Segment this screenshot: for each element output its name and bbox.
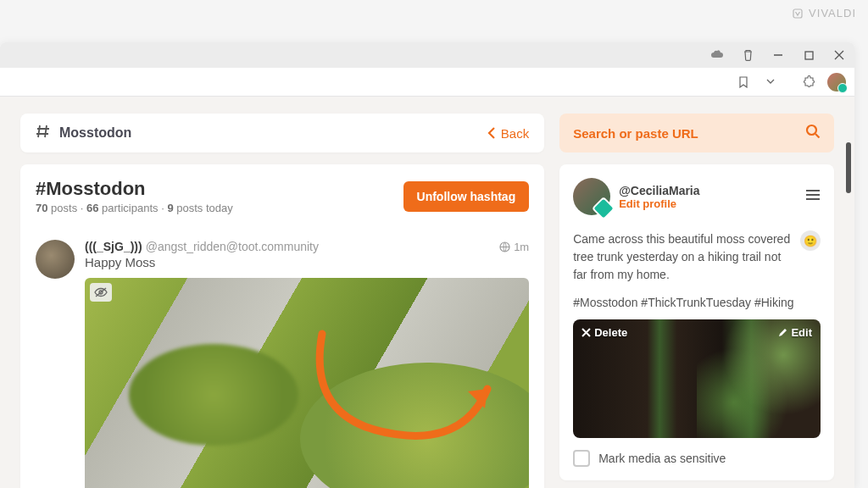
svg-rect-2: [805, 52, 813, 59]
hashtag-header-card: Mosstodon Back: [20, 114, 544, 152]
tag-title: #Mosstodon: [36, 178, 233, 200]
globe-icon: [499, 241, 510, 252]
hash-icon: [36, 124, 51, 142]
post-meta: 1m: [499, 241, 529, 253]
post-avatar[interactable]: [36, 240, 75, 279]
post-display-name[interactable]: (((_SjG_))): [85, 240, 142, 253]
compose-text[interactable]: Came across this beautiful moss covered …: [573, 230, 821, 284]
hide-media-icon[interactable]: [90, 283, 112, 302]
hashtag-feed-card: #Mosstodon 70 posts · 66 participants · …: [20, 164, 544, 488]
minimize-icon[interactable]: [770, 47, 787, 64]
post-handle[interactable]: @angst_ridden@toot.community: [146, 240, 319, 253]
sensitive-label: Mark media as sensitive: [598, 452, 726, 465]
search-placeholder: Search or paste URL: [573, 126, 805, 141]
edit-attachment-button[interactable]: Edit: [778, 326, 812, 339]
content-area: Mosstodon Back #Mosstodon 70 posts · 66 …: [0, 97, 854, 488]
tag-stats: 70 posts · 66 participants · 9 posts tod…: [36, 202, 233, 214]
chevron-down-icon[interactable]: [761, 73, 780, 92]
window-titlebar: [0, 42, 854, 68]
page-title: Mosstodon: [59, 125, 131, 141]
compose-card: @CeciliaMaria Edit profile 🙂 Came across…: [559, 164, 834, 480]
back-button[interactable]: Back: [487, 126, 529, 141]
search-bar[interactable]: Search or paste URL: [559, 114, 834, 152]
cloud-icon[interactable]: [709, 47, 726, 64]
compose-hashtags[interactable]: #Mosstodon #ThickTrunkTuesday #Hiking: [573, 296, 821, 309]
emoji-picker-icon[interactable]: 🙂: [800, 230, 821, 251]
svg-point-6: [807, 125, 816, 135]
profile-username[interactable]: @CeciliaMaria: [619, 184, 699, 197]
post-body: Happy Moss: [85, 255, 529, 269]
compose-area[interactable]: 🙂 Came across this beautiful moss covere…: [559, 224, 834, 480]
sensitive-checkbox[interactable]: [573, 450, 590, 467]
edit-profile-link[interactable]: Edit profile: [619, 197, 699, 210]
toolbar-avatar[interactable]: [827, 73, 846, 92]
extensions-icon[interactable]: [800, 73, 819, 92]
profile-avatar[interactable]: [573, 178, 610, 215]
browser-toolbar: [0, 68, 854, 97]
tag-header: #Mosstodon 70 posts · 66 participants · …: [20, 164, 544, 228]
profile-menu-icon[interactable]: [805, 189, 821, 204]
post-time: 1m: [514, 241, 529, 253]
maximize-icon[interactable]: [800, 47, 817, 64]
back-label: Back: [501, 126, 529, 141]
search-icon[interactable]: [805, 124, 821, 142]
delete-attachment-button[interactable]: Delete: [581, 326, 627, 339]
post: (((_SjG_))) @angst_ridden@toot.community…: [20, 228, 544, 488]
attached-image[interactable]: Delete Edit: [573, 319, 821, 438]
sensitive-toggle-row[interactable]: Mark media as sensitive: [573, 450, 821, 467]
unfollow-hashtag-button[interactable]: Unfollow hashtag: [403, 181, 530, 212]
trash-icon[interactable]: [739, 47, 756, 64]
close-icon[interactable]: [831, 47, 848, 64]
app-window: Mosstodon Back #Mosstodon 70 posts · 66 …: [0, 42, 854, 488]
post-image[interactable]: [85, 278, 529, 488]
profile-row: @CeciliaMaria Edit profile: [559, 164, 834, 224]
scrollbar-thumb[interactable]: [846, 142, 851, 193]
svg-rect-0: [793, 9, 802, 18]
svg-line-7: [815, 134, 820, 138]
bookmark-icon[interactable]: [734, 73, 753, 92]
vivaldi-brand: VIVALDI: [793, 7, 856, 19]
